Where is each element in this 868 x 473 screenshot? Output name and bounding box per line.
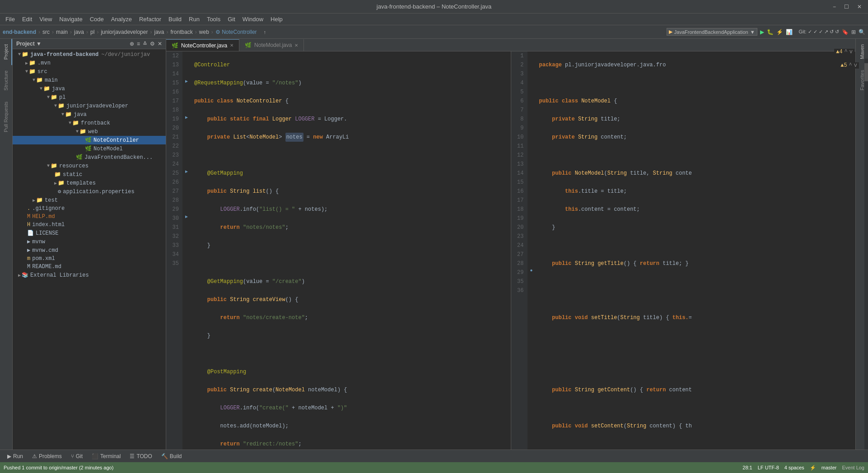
menu-file[interactable]: File: [2, 15, 19, 23]
menu-analyze[interactable]: Analyze: [107, 15, 135, 23]
coverage-button[interactable]: ⚡: [776, 29, 783, 35]
tree-item-root[interactable]: ▼ 📁 java-frontend-backend ~/dev/juniorja…: [13, 50, 166, 59]
sidebar-tab-pull-requests[interactable]: Pull Requests: [0, 96, 12, 138]
run-config-dropdown[interactable]: ▶ JavaFrontendBackendApplication ▼: [667, 28, 757, 36]
tree-item-readmemd[interactable]: M README.md: [13, 263, 166, 271]
terminal-tab-icon: ⬛: [92, 453, 98, 459]
breadcrumb-src[interactable]: src: [42, 29, 50, 35]
menu-git[interactable]: Git: [224, 15, 239, 23]
sidebar-tab-favorites[interactable]: Favorites: [857, 65, 868, 96]
rcode-line-9: this.content = content;: [539, 205, 856, 214]
tree-label-pomxml: pom.xml: [32, 255, 55, 262]
tree-item-mvn[interactable]: ▶ 📁 .mvn: [13, 59, 166, 67]
tree-item-gitignore[interactable]: . .gitignore: [13, 204, 166, 213]
project-icon-collapse[interactable]: ≡: [137, 41, 140, 47]
bottom-tab-todo[interactable]: ☰ TODO: [126, 452, 155, 460]
tree-label-helpmd: HELP.md: [32, 213, 55, 220]
tree-item-frontback[interactable]: ▼ 📁 frontback: [13, 119, 166, 127]
run-button[interactable]: ▶: [760, 29, 764, 35]
menu-window[interactable]: Window: [239, 15, 267, 23]
project-icon-sort[interactable]: ≛: [143, 41, 147, 47]
menu-tools[interactable]: Tools: [203, 15, 224, 23]
tree-item-static[interactable]: 📁 static: [13, 170, 166, 179]
event-log-link[interactable]: Event Log: [842, 465, 864, 470]
bookmarks-button[interactable]: 🔖: [842, 29, 849, 35]
menu-code[interactable]: Code: [86, 15, 107, 23]
breadcrumb-pkg[interactable]: juniorjavadeveloper: [101, 29, 148, 35]
split-button[interactable]: ⊞: [851, 29, 856, 35]
tree-item-java2[interactable]: ▼ 📁 java: [13, 110, 166, 119]
tree-item-src[interactable]: ▼ 📁 src: [13, 67, 166, 76]
menu-edit[interactable]: Edit: [19, 15, 36, 23]
menu-refactor[interactable]: Refactor: [135, 15, 165, 23]
search-everywhere-button[interactable]: 🔍: [859, 29, 865, 35]
code-content-left[interactable]: @Controller @RequestMapping(value = "/no…: [191, 51, 511, 450]
tree-item-pomxml[interactable]: m pom.xml: [13, 255, 166, 263]
tree-item-mvnw[interactable]: ▶ mvnw: [13, 237, 166, 246]
tree-label-indexhtml: index.html: [32, 222, 65, 228]
bottom-tab-git[interactable]: ⑂ Git: [67, 452, 86, 460]
tree-item-web[interactable]: ▼ 📁 web: [13, 127, 166, 136]
breadcrumb-java2[interactable]: java: [154, 29, 164, 35]
tree-item-license[interactable]: 📄 LICENSE: [13, 229, 166, 237]
project-icon-settings[interactable]: ⚙: [150, 41, 155, 47]
tree-item-test[interactable]: ▶ 📁 test: [13, 196, 166, 204]
tree-item-resources[interactable]: ▼ 📁 resources: [13, 162, 166, 170]
tree-item-mvnwcmd[interactable]: ▶ mvnw.cmd: [13, 246, 166, 255]
tree-item-pkg[interactable]: ▼ 📁 juniorjavadeveloper: [13, 102, 166, 110]
tree-label-readmemd: README.md: [32, 264, 61, 270]
code-area-right[interactable]: 1 2 3 4 5 6 7 8 9 10 11 12 13 14: [511, 51, 856, 450]
tree-item-pl[interactable]: ▼ 📁 pl: [13, 93, 166, 102]
tree-item-java[interactable]: ▼ 📁 java: [13, 84, 166, 93]
tree-item-appprops[interactable]: ⚙ application.properties: [13, 187, 166, 196]
restore-button[interactable]: ☐: [841, 3, 852, 11]
editor-tab-bar: 🌿 NoteController.java ✕ 🌿 NoteModel.java…: [166, 39, 855, 51]
tree-item-helpmd[interactable]: M HELP.md: [13, 213, 166, 221]
breadcrumb-web[interactable]: web: [199, 29, 209, 35]
breadcrumb-frontback[interactable]: frontback: [170, 29, 192, 35]
tab-close-notemodel[interactable]: ✕: [294, 43, 298, 48]
breadcrumb-project[interactable]: end-backend: [3, 29, 36, 35]
tree-item-indexhtml[interactable]: H index.html: [13, 221, 166, 229]
breadcrumb-main[interactable]: main: [56, 29, 68, 35]
tab-notemodel[interactable]: 🌿 NoteModel.java ✕: [239, 39, 304, 51]
tree-item-notemodel[interactable]: 🌿 NoteModel: [13, 144, 166, 153]
tree-item-main[interactable]: ▼ 📁 main: [13, 76, 166, 84]
menu-run[interactable]: Run: [185, 15, 203, 23]
tree-item-templates[interactable]: ▶ 📁 templates: [13, 179, 166, 187]
bottom-tab-build[interactable]: 🔨 Build: [158, 452, 186, 460]
breadcrumb-pl[interactable]: pl: [90, 29, 94, 35]
breadcrumb-java[interactable]: java: [74, 29, 84, 35]
menu-view[interactable]: View: [36, 15, 56, 23]
tree-item-external[interactable]: ▶ 📚 External Libraries: [13, 271, 166, 279]
tree-arrow-resources: ▼: [47, 163, 50, 168]
sidebar-tab-structure[interactable]: Structure: [0, 65, 12, 96]
bottom-tab-problems[interactable]: ⚠ Problems: [28, 452, 65, 460]
tree-arrow-mvn: ▶: [25, 60, 28, 66]
menu-build[interactable]: Build: [165, 15, 185, 23]
bottom-tab-terminal[interactable]: ⬛ Terminal: [88, 452, 124, 460]
profile-button[interactable]: 📊: [786, 29, 793, 35]
project-icon-close[interactable]: ✕: [158, 41, 162, 47]
code-area-left[interactable]: 12 13 14 15 16 17 18 19 20 21 22 23 24 2…: [166, 51, 511, 450]
bottom-tab-run[interactable]: ▶ Run: [4, 452, 27, 460]
tree-arrow-templates: ▶: [54, 181, 57, 186]
tree-item-notecontroller[interactable]: 🌿 NoteController: [13, 136, 166, 144]
menu-navigate[interactable]: Navigate: [56, 15, 86, 23]
menu-help[interactable]: Help: [267, 15, 286, 23]
tab-notecontroller[interactable]: 🌿 NoteController.java ✕: [166, 39, 239, 51]
close-button[interactable]: ✕: [854, 3, 864, 11]
status-bar: Pushed 1 commit to origin/master (2 minu…: [0, 462, 868, 473]
nav-back[interactable]: ↑: [262, 28, 268, 36]
tree-item-app[interactable]: 🌿 JavaFrontendBacken...: [13, 153, 166, 162]
minimize-button[interactable]: −: [830, 3, 839, 11]
status-left: Pushed 1 commit to origin/master (2 minu…: [4, 465, 113, 470]
code-content-right[interactable]: package pl.juniorjavadeveloper.java.fro …: [536, 51, 856, 450]
sidebar-tab-project[interactable]: Project: [0, 39, 12, 65]
breadcrumb-class[interactable]: ⚙ NoteController: [215, 29, 257, 35]
tab-close-notecontroller[interactable]: ✕: [230, 43, 233, 48]
project-icon-locate[interactable]: ⊕: [130, 41, 134, 47]
sidebar-tab-maven[interactable]: Maven: [857, 39, 868, 65]
rcode-line-12: public String getTitle() { return title;…: [539, 259, 856, 268]
debug-button[interactable]: 🐛: [767, 29, 774, 35]
